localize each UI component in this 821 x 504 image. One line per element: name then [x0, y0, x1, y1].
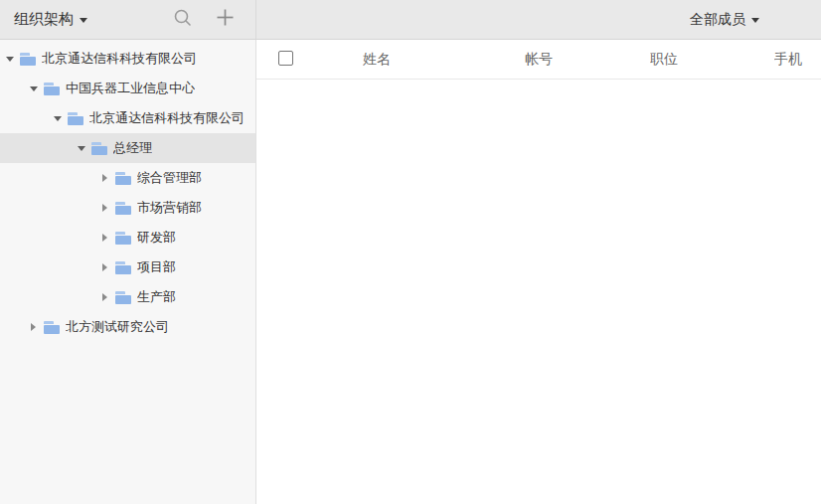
org-structure-dropdown[interactable]: 组织架构 — [14, 10, 87, 29]
column-header-name: 姓名 — [363, 51, 525, 69]
org-tree-sidebar: 北京通达信科科技有限公司 中国兵器工业信息中心 北京通达信科科技有限公司 总经理 — [0, 40, 256, 504]
folder-icon — [115, 291, 131, 304]
tree-node-label: 北京通达信科科技有限公司 — [89, 109, 245, 127]
caret-down-icon — [751, 18, 759, 23]
tree-node-label: 总经理 — [113, 139, 152, 157]
expand-caret-icon[interactable] — [6, 57, 14, 62]
tree-node-north-test-company[interactable]: 北方测试研究公司 — [0, 312, 255, 342]
column-header-mobile: 手机 — [774, 51, 821, 69]
column-header-position: 职位 — [650, 51, 774, 69]
collapse-caret-icon[interactable] — [102, 174, 107, 182]
tree-node-label: 研发部 — [137, 229, 176, 247]
tree-node-rd-dept[interactable]: 研发部 — [0, 223, 255, 252]
tree-node-company-root[interactable]: 北京通达信科科技有限公司 — [0, 44, 255, 74]
content-area: 北京通达信科科技有限公司 中国兵器工业信息中心 北京通达信科科技有限公司 总经理 — [0, 40, 821, 504]
folder-icon — [115, 232, 131, 245]
top-bar: 组织架构 — [0, 0, 821, 40]
tree-node-label: 项目部 — [137, 258, 176, 276]
top-bar-icons — [172, 9, 236, 31]
expand-caret-icon[interactable] — [30, 86, 38, 91]
tree-node-info-center[interactable]: 中国兵器工业信息中心 — [0, 74, 255, 103]
collapse-caret-icon[interactable] — [102, 263, 107, 271]
tree-node-company-sub[interactable]: 北京通达信科科技有限公司 — [0, 103, 255, 133]
folder-icon — [44, 321, 60, 334]
folder-icon — [91, 142, 107, 155]
tree-node-marketing-dept[interactable]: 市场营销部 — [0, 193, 255, 223]
collapse-caret-icon[interactable] — [31, 323, 36, 331]
org-structure-app: 组织架构 — [0, 0, 821, 504]
search-icon — [173, 8, 193, 32]
tree-node-general-manager[interactable]: 总经理 — [0, 133, 255, 163]
top-bar-left: 组织架构 — [0, 0, 256, 39]
collapse-caret-icon[interactable] — [102, 293, 107, 301]
folder-icon — [115, 172, 131, 185]
folder-icon — [115, 261, 131, 274]
tree-node-label: 中国兵器工业信息中心 — [66, 80, 195, 97]
tree-node-production-dept[interactable]: 生产部 — [0, 282, 255, 312]
tree-node-general-admin-dept[interactable]: 综合管理部 — [0, 163, 255, 193]
tree-node-label: 市场营销部 — [137, 199, 202, 217]
column-header-account: 帐号 — [525, 51, 650, 69]
tree-node-label: 生产部 — [137, 288, 176, 306]
members-filter-dropdown[interactable]: 全部成员 — [690, 11, 759, 29]
top-bar-right: 全部成员 — [256, 0, 821, 39]
members-table-header: 姓名 帐号 职位 手机 — [256, 40, 821, 80]
org-structure-title: 组织架构 — [14, 10, 74, 29]
select-all-checkbox[interactable] — [278, 51, 293, 66]
caret-down-icon — [80, 18, 87, 23]
collapse-caret-icon[interactable] — [102, 204, 107, 212]
search-button[interactable] — [172, 9, 194, 31]
collapse-caret-icon[interactable] — [102, 234, 107, 242]
members-table-body — [256, 80, 821, 504]
tree-node-label: 综合管理部 — [137, 169, 202, 187]
folder-icon — [20, 53, 36, 66]
tree-node-project-dept[interactable]: 项目部 — [0, 252, 255, 282]
folder-icon — [115, 202, 131, 215]
members-panel: 姓名 帐号 职位 手机 — [256, 40, 821, 504]
expand-caret-icon[interactable] — [54, 116, 62, 121]
expand-caret-icon[interactable] — [78, 146, 85, 151]
select-all-cell — [278, 51, 363, 69]
tree-node-label: 北方测试研究公司 — [66, 318, 169, 336]
folder-icon — [68, 112, 83, 125]
plus-icon — [215, 7, 236, 32]
add-button[interactable] — [214, 9, 236, 31]
members-filter-label: 全部成员 — [690, 11, 745, 29]
tree-node-label: 北京通达信科科技有限公司 — [42, 50, 197, 68]
folder-icon — [44, 83, 60, 95]
